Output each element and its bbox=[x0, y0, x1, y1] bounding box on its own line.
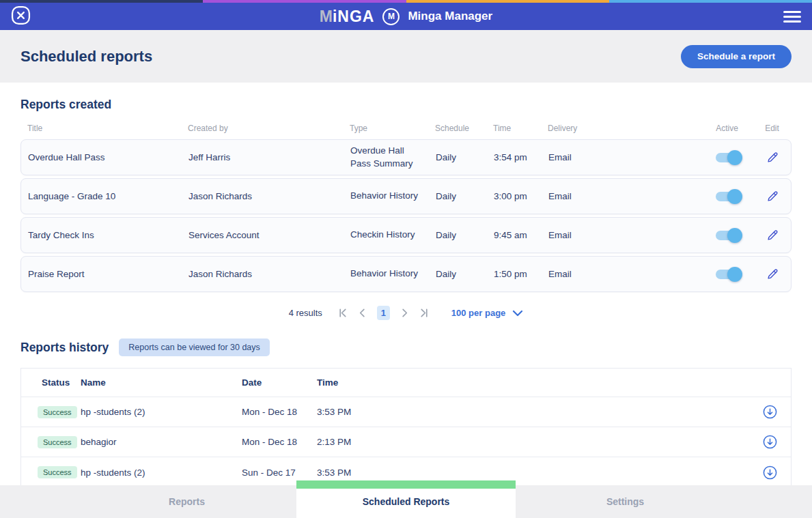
app-header: MiNGA M Minga Manager bbox=[0, 3, 812, 30]
chevron-down-icon bbox=[512, 310, 523, 317]
reports-history-table: Status Name Date Time Success hp -studen… bbox=[20, 368, 792, 488]
report-type: Checkin History bbox=[350, 229, 436, 241]
download-button[interactable] bbox=[762, 434, 778, 450]
app-title: Minga Manager bbox=[408, 10, 492, 23]
active-toggle[interactable] bbox=[716, 231, 740, 240]
column-time: Time bbox=[493, 124, 548, 133]
minga-logo-accent: M bbox=[320, 8, 333, 25]
history-date: Sun - Dec 17 bbox=[242, 467, 317, 478]
column-time: Time bbox=[317, 377, 748, 388]
download-button[interactable] bbox=[762, 465, 778, 480]
history-name: hp -students (2) bbox=[81, 407, 242, 417]
active-toggle[interactable] bbox=[716, 270, 740, 279]
next-page-icon bbox=[400, 308, 410, 318]
toggle-knob bbox=[727, 267, 742, 282]
last-page-icon bbox=[419, 308, 430, 318]
pagination: 4 results 1 100 per page bbox=[20, 306, 792, 320]
history-date: Mon - Dec 18 bbox=[242, 437, 317, 447]
report-schedule: Daily bbox=[436, 269, 494, 279]
report-delivery: Email bbox=[548, 230, 702, 240]
history-time: 3:53 PM bbox=[317, 467, 748, 478]
page-title-bar: Scheduled reports Schedule a report bbox=[0, 30, 812, 83]
edit-pencil-icon bbox=[767, 268, 779, 280]
report-time: 3:54 pm bbox=[494, 152, 548, 162]
report-created-by: Jason Richards bbox=[188, 269, 350, 279]
reports-history-header-row: Status Name Date Time bbox=[21, 369, 791, 397]
report-delivery: Email bbox=[548, 191, 702, 201]
tab-scheduled-reports[interactable]: Scheduled Reports bbox=[296, 485, 516, 518]
column-delivery: Delivery bbox=[548, 124, 701, 133]
reports-created-header-row: Title Created by Type Schedule Time Deli… bbox=[20, 124, 792, 133]
first-page-button[interactable] bbox=[337, 308, 348, 318]
previous-page-icon bbox=[357, 308, 367, 318]
minga-circle-m-icon: M bbox=[382, 8, 400, 25]
report-title: Overdue Hall Pass bbox=[21, 152, 188, 162]
report-created-by: Jason Richards bbox=[188, 191, 350, 201]
edit-button[interactable] bbox=[753, 152, 792, 163]
hamburger-icon bbox=[783, 11, 801, 13]
status-badge: Success bbox=[38, 406, 77, 418]
report-delivery: Email bbox=[548, 152, 702, 162]
column-title: Title bbox=[20, 124, 188, 133]
report-title: Tardy Check Ins bbox=[21, 230, 188, 240]
report-schedule: Daily bbox=[436, 191, 494, 201]
toggle-knob bbox=[727, 228, 742, 243]
per-page-dropdown[interactable]: 100 per page bbox=[451, 308, 524, 318]
report-title: Praise Report bbox=[21, 269, 188, 279]
column-schedule: Schedule bbox=[435, 124, 493, 133]
report-delivery: Email bbox=[548, 269, 702, 279]
report-created-by: Jeff Harris bbox=[188, 152, 350, 162]
status-badge: Success bbox=[38, 466, 77, 478]
close-button[interactable] bbox=[11, 5, 31, 28]
tab-settings[interactable]: Settings bbox=[516, 485, 735, 518]
last-page-button[interactable] bbox=[419, 308, 430, 318]
report-time: 3:00 pm bbox=[494, 191, 548, 201]
history-time: 3:53 PM bbox=[317, 407, 748, 417]
report-row: Language - Grade 10 Jason Richards Behav… bbox=[20, 178, 792, 214]
history-row: Success behagior Mon - Dec 18 2:13 PM bbox=[21, 427, 791, 457]
history-name: behagior bbox=[81, 437, 242, 447]
current-page[interactable]: 1 bbox=[377, 306, 390, 320]
first-page-icon bbox=[337, 308, 348, 318]
column-active: Active bbox=[701, 124, 753, 133]
edit-pencil-icon bbox=[767, 190, 779, 202]
per-page-label: 100 per page bbox=[451, 308, 506, 318]
reports-created-rows: Overdue Hall Pass Jeff Harris Overdue Ha… bbox=[20, 139, 792, 292]
column-edit: Edit bbox=[753, 124, 792, 133]
history-date: Mon - Dec 18 bbox=[242, 407, 317, 417]
download-button[interactable] bbox=[762, 404, 778, 420]
toggle-knob bbox=[727, 150, 742, 165]
edit-button[interactable] bbox=[753, 190, 792, 202]
history-retention-note: Reports can be viewed for 30 days bbox=[119, 339, 269, 356]
report-row: Praise Report Jason Richards Behavior Hi… bbox=[20, 256, 792, 292]
minga-logo-rest: iNGA bbox=[333, 8, 375, 25]
download-icon bbox=[762, 404, 778, 420]
history-time: 2:13 PM bbox=[317, 437, 748, 447]
column-status: Status bbox=[21, 377, 81, 388]
reports-history-rows: Success hp -students (2) Mon - Dec 18 3:… bbox=[21, 397, 791, 487]
edit-pencil-icon bbox=[767, 152, 779, 163]
close-icon bbox=[11, 5, 31, 28]
report-title: Language - Grade 10 bbox=[21, 191, 188, 201]
report-row: Tardy Check Ins Services Account Checkin… bbox=[20, 217, 792, 253]
results-count: 4 results bbox=[289, 308, 322, 318]
edit-button[interactable] bbox=[753, 268, 792, 280]
tab-reports[interactable]: Reports bbox=[77, 485, 296, 518]
column-type: Type bbox=[350, 124, 435, 133]
active-toggle[interactable] bbox=[716, 192, 740, 201]
column-date: Date bbox=[242, 377, 317, 388]
schedule-report-button[interactable]: Schedule a report bbox=[681, 45, 792, 68]
menu-button[interactable] bbox=[783, 11, 801, 23]
edit-button[interactable] bbox=[753, 229, 792, 241]
download-icon bbox=[762, 434, 778, 450]
next-page-button[interactable] bbox=[400, 308, 410, 318]
report-type: Behavior History bbox=[350, 190, 436, 202]
reports-history-heading: Reports history bbox=[20, 341, 109, 355]
previous-page-button[interactable] bbox=[357, 308, 367, 318]
active-toggle[interactable] bbox=[716, 153, 740, 162]
column-name: Name bbox=[81, 377, 242, 388]
toggle-knob bbox=[727, 189, 742, 204]
page-title: Scheduled reports bbox=[20, 48, 152, 66]
report-schedule: Daily bbox=[436, 152, 494, 162]
report-time: 1:50 pm bbox=[494, 269, 548, 279]
